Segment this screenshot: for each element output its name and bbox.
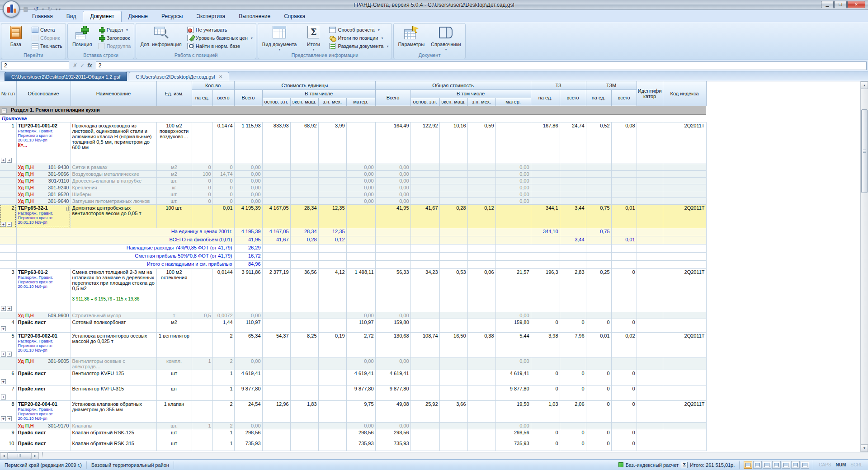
value-cell-tz_u[interactable] (531, 312, 560, 319)
naimenovanie-cell[interactable]: Воздуховоды металлические (71, 170, 156, 177)
value-cell-u_total[interactable]: 0,00 (234, 422, 262, 429)
unit-cell[interactable]: 1 вентилятор (156, 332, 192, 357)
value-cell-qty_u[interactable]: 100 (192, 170, 212, 177)
value-cell-u_total[interactable]: 65,34 (234, 332, 262, 357)
value-cell-tzm_u[interactable] (586, 422, 611, 429)
value-cell-u_wage[interactable] (262, 244, 290, 252)
value-cell-tz_t[interactable]: 0 (560, 370, 586, 385)
value-cell-t_mat[interactable]: 0,00 (495, 170, 531, 177)
unit-cell[interactable]: м2 (156, 170, 192, 177)
value-cell-u_wage[interactable] (262, 184, 290, 191)
naimenovanie-cell[interactable]: Демонтаж центробежных вентиляторов весом… (71, 204, 156, 228)
obosnovanie-cell[interactable]: Уд П,Н301-9005 (16, 357, 71, 370)
value-cell-qty_u[interactable] (192, 370, 212, 385)
obosnovanie-cell[interactable]: Уд П,Н509-9900 (16, 312, 71, 319)
summary-label-cell[interactable]: Сметная прибыль 50%*0,8 ФОТ (от 41,79) (16, 252, 234, 260)
value-cell-tz_u[interactable]: 167,86 (531, 122, 560, 164)
value-cell-t_wage[interactable] (410, 440, 439, 451)
value-cell-tz_u[interactable] (531, 170, 560, 177)
value-cell-tzm_u[interactable]: 0 (586, 400, 611, 422)
view-mode-6-button[interactable] (791, 461, 800, 469)
value-cell-qty_u[interactable] (192, 440, 212, 451)
value-cell-t_mat[interactable]: 0,00 (495, 164, 531, 170)
value-cell-tzm_u[interactable] (586, 184, 611, 191)
value-cell-ident[interactable] (637, 440, 663, 451)
value-cell-t_mat[interactable] (495, 204, 531, 228)
value-cell-tzm_u[interactable]: 0 (586, 440, 611, 451)
scroll-right-icon[interactable]: ► (31, 452, 39, 459)
value-cell-tzm_u[interactable]: 0,25 (586, 268, 611, 312)
value-cell-u_mwage[interactable] (318, 252, 346, 260)
value-cell-tz_t[interactable] (560, 170, 586, 177)
row-number-cell[interactable]: 8++ (0, 400, 16, 422)
value-cell-qty_u[interactable]: 0 (192, 177, 212, 184)
value-cell-u_total[interactable]: 84,96 (234, 260, 262, 268)
value-cell-t_mwage[interactable] (467, 244, 495, 252)
value-cell-tz_u[interactable] (531, 252, 560, 260)
value-cell-t_mach[interactable] (439, 319, 467, 332)
document-tab-1[interactable]: C:\Users\user2\Desktop\192-2011-Общая 1,… (5, 72, 127, 81)
value-cell-u_mach[interactable]: 68,92 (290, 122, 318, 164)
value-cell-u_mach[interactable]: 1,83 (290, 400, 318, 422)
value-cell-tz_u[interactable]: 0 (531, 429, 560, 440)
value-cell-tzm_t[interactable]: 0 (611, 385, 637, 400)
obosnovanie-cell[interactable]: ТЕР20-01-001-02Распоряж. Правит. Пермско… (16, 122, 71, 164)
value-cell-u_mat[interactable]: 110,97 (346, 319, 375, 332)
value-cell-u_mach[interactable] (290, 184, 318, 191)
value-cell-t_total[interactable] (375, 244, 410, 252)
col-stoimost-edinicy[interactable]: Стоимость единицы (234, 81, 375, 89)
value-cell-tzm_t[interactable] (611, 252, 637, 260)
value-cell-u_mach[interactable]: 36,56 (290, 268, 318, 312)
value-cell-qty_t[interactable]: 1 (212, 385, 234, 400)
value-cell-t_mach[interactable] (439, 385, 467, 400)
value-cell-ident[interactable] (637, 122, 663, 164)
value-cell-qty_t[interactable]: 0 (212, 197, 234, 204)
sposob-rascheta-button[interactable]: Способ расчета (328, 26, 390, 33)
row-number-cell[interactable] (0, 236, 16, 244)
value-cell-qty_t[interactable]: 1 (212, 429, 234, 440)
col-u-vsego[interactable]: Всего (234, 89, 262, 106)
value-cell-t_mach[interactable] (439, 191, 467, 197)
value-cell-u_mwage[interactable]: 4,12 (318, 268, 346, 312)
value-cell-t_mach[interactable]: 0,28 (439, 204, 467, 228)
unit-cell[interactable]: компл. (156, 357, 192, 370)
row-number-cell[interactable] (0, 164, 16, 170)
value-cell-t_mwage[interactable]: 0,12 (467, 204, 495, 228)
value-cell-qty_u[interactable]: 0 (192, 197, 212, 204)
value-cell-tz_u[interactable] (531, 184, 560, 191)
value-cell-t_total[interactable]: 159,80 (375, 319, 410, 332)
unit-cell[interactable]: шт. (156, 422, 192, 429)
vertical-scrollbar[interactable]: ▲ ▼ (860, 81, 868, 452)
value-cell-code_idx[interactable]: 2Q2011Т (663, 122, 706, 164)
value-cell-tzm_u[interactable]: 0 (586, 319, 611, 332)
undo-dropdown-icon[interactable]: ▾ (42, 7, 44, 11)
row-number-cell[interactable] (0, 177, 16, 184)
value-cell-u_total[interactable]: 0,00 (234, 170, 262, 177)
value-cell-tz_t[interactable]: 3,44 (560, 236, 586, 244)
value-cell-t_mwage[interactable] (467, 197, 495, 204)
value-cell-tzm_t[interactable]: 0 (611, 319, 637, 332)
obosnovanie-cell[interactable]: Уд П,Н301-9110 (16, 177, 71, 184)
value-cell-u_total[interactable]: 298,56 (234, 429, 262, 440)
col-num[interactable]: № п.п (0, 81, 16, 106)
value-cell-t_mach[interactable] (439, 357, 467, 370)
value-cell-u_mwage[interactable] (318, 385, 346, 400)
value-cell-t_mach[interactable] (439, 312, 467, 319)
value-cell-u_total[interactable]: 4 195,39 (234, 204, 262, 228)
value-cell-t_mwage[interactable] (467, 184, 495, 191)
row-number-cell[interactable]: 6+ (0, 370, 16, 385)
value-cell-tz_u[interactable] (531, 422, 560, 429)
value-cell-u_total[interactable]: 26,29 (234, 244, 262, 252)
value-cell-qty_u[interactable]: 0 (192, 184, 212, 191)
view-mode-2-button[interactable] (753, 461, 762, 469)
value-cell-qty_u[interactable]: 1 (192, 357, 212, 370)
value-cell-t_wage[interactable] (410, 236, 439, 244)
row-number-cell[interactable] (0, 184, 16, 191)
unit-cell[interactable]: шт (156, 429, 192, 440)
value-cell-t_total[interactable]: 0,00 (375, 197, 410, 204)
value-cell-u_mwage[interactable] (318, 191, 346, 197)
value-cell-code_idx[interactable]: 2Q2011Т (663, 204, 706, 228)
maximize-button[interactable]: ❐ (834, 1, 847, 8)
value-cell-u_mach[interactable] (290, 385, 318, 400)
value-cell-t_mwage[interactable] (467, 440, 495, 451)
